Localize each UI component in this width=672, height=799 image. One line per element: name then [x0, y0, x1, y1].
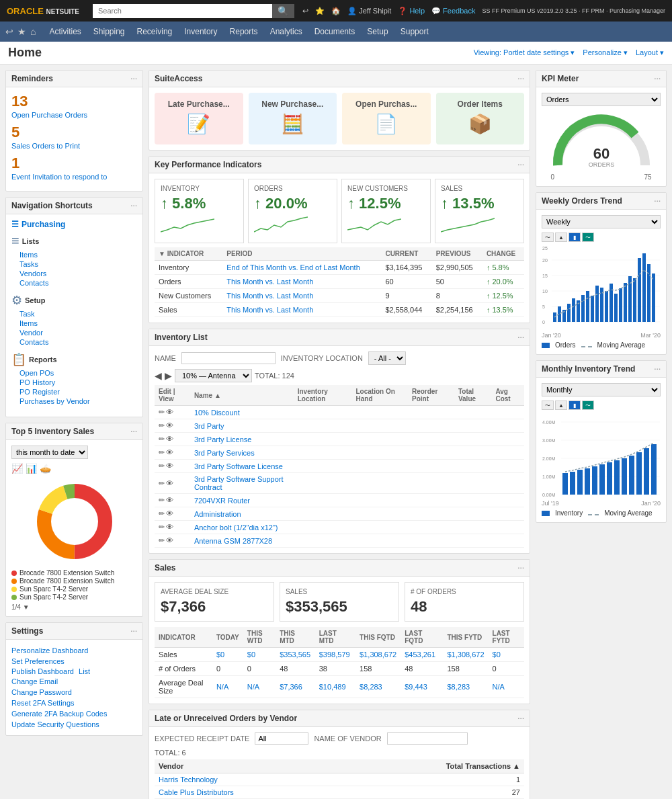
- weekly-area-icon[interactable]: ▲: [555, 233, 567, 242]
- kpi-customers-period[interactable]: This Month vs. Last Month: [226, 292, 313, 300]
- weekly-blue-icon[interactable]: 〜: [582, 233, 594, 242]
- inv-item-link[interactable]: Administration: [194, 510, 241, 518]
- monthly-blue-icon[interactable]: 〜: [582, 401, 594, 410]
- user-widget[interactable]: 👤 Jeff Shipit: [347, 7, 391, 15]
- feedback-link[interactable]: 💬 Feedback: [431, 7, 475, 15]
- sort-icon[interactable]: ▼: [23, 603, 30, 611]
- nav-documents[interactable]: Documents: [309, 22, 361, 42]
- history-icon[interactable]: ↩: [302, 7, 308, 15]
- sales-link[interactable]: $9,443: [405, 683, 427, 691]
- setup-vendor[interactable]: Vendor: [19, 328, 137, 337]
- top5-period-select[interactable]: this month to date: [11, 446, 88, 459]
- edit-icon[interactable]: ✏: [159, 408, 165, 416]
- help-link[interactable]: ❓ Help: [398, 7, 425, 15]
- personalize-link[interactable]: Personalize ▾: [583, 48, 628, 57]
- sales-link[interactable]: $453,261: [405, 650, 435, 659]
- star-icon[interactable]: ★: [17, 26, 26, 37]
- setup-contacts[interactable]: Contacts: [19, 337, 137, 347]
- vendor-link[interactable]: Harris Technology: [159, 775, 218, 784]
- nav-reports[interactable]: Reports: [224, 22, 263, 42]
- inv-filter-select[interactable]: 10% — Antenna: [175, 369, 252, 382]
- sales-link[interactable]: $7,366: [280, 683, 302, 691]
- nav-items[interactable]: Items: [19, 250, 137, 259]
- bookmark-icon[interactable]: ⭐: [315, 7, 325, 15]
- setting-list[interactable]: List: [79, 667, 90, 675]
- kpi-meter-dropdown[interactable]: Orders: [542, 93, 661, 106]
- home-icon[interactable]: 🏠: [331, 7, 341, 15]
- report-po-history[interactable]: PO History: [19, 378, 137, 387]
- setting-security[interactable]: Update Security Questions: [11, 719, 137, 730]
- inv-item-link[interactable]: 3rd Party License: [194, 435, 252, 444]
- report-purchases-vendor[interactable]: Purchases by Vendor: [19, 396, 137, 406]
- report-po-register[interactable]: PO Register: [19, 387, 137, 396]
- view-icon[interactable]: 👁: [166, 462, 173, 470]
- inv-item-link[interactable]: 3rd Party: [194, 422, 224, 430]
- inv-name-input[interactable]: [181, 352, 276, 364]
- inv-item-link[interactable]: Antenna GSM 2877X28: [194, 537, 272, 545]
- edit-icon[interactable]: ✏: [159, 523, 165, 531]
- nav-shipping[interactable]: Shipping: [88, 22, 130, 42]
- suite-card-open-purchase[interactable]: Open Purchas... 📄: [342, 93, 431, 144]
- inv-next-arrow[interactable]: ▶: [165, 370, 172, 381]
- setting-email[interactable]: Change Email: [11, 676, 137, 687]
- view-icon[interactable]: 👁: [166, 408, 173, 416]
- sales-link[interactable]: N/A: [216, 683, 228, 691]
- sales-link[interactable]: $398,579: [319, 650, 350, 659]
- inv-prev-arrow[interactable]: ◀: [155, 370, 162, 381]
- search-input[interactable]: [93, 4, 272, 18]
- vendor-link[interactable]: Cable Plus Distributors: [159, 788, 234, 796]
- kpi-sales-period[interactable]: This Month vs. Last Month: [226, 306, 313, 314]
- nav-tasks[interactable]: Tasks: [19, 259, 137, 269]
- sales-link[interactable]: N/A: [247, 683, 259, 691]
- sales-link[interactable]: $0: [247, 650, 255, 659]
- nav-receiving[interactable]: Receiving: [132, 22, 178, 42]
- setting-2fa-backup[interactable]: Generate 2FA Backup Codes: [11, 708, 137, 719]
- nav-support[interactable]: Support: [395, 22, 434, 42]
- sales-link[interactable]: $0: [216, 650, 224, 659]
- nav-setup[interactable]: Setup: [362, 22, 393, 42]
- monthly-trend-dropdown[interactable]: Monthly: [542, 383, 661, 396]
- sales-link[interactable]: $8,283: [360, 683, 382, 691]
- nav-vendors[interactable]: Vendors: [19, 269, 137, 278]
- setting-password[interactable]: Change Password: [11, 687, 137, 698]
- view-icon[interactable]: 👁: [166, 448, 173, 456]
- setting-preferences[interactable]: Set Preferences: [11, 656, 137, 667]
- sales-link[interactable]: $0: [493, 650, 501, 659]
- sales-link[interactable]: N/A: [493, 683, 505, 691]
- inv-item-link[interactable]: 3rd Party Services: [194, 449, 255, 457]
- edit-icon[interactable]: ✏: [159, 448, 165, 456]
- setup-task[interactable]: Task: [19, 309, 137, 319]
- home-nav-icon[interactable]: ⌂: [30, 26, 36, 37]
- suite-card-order-items[interactable]: Order Items 📦: [436, 93, 525, 144]
- top5-pie-icon[interactable]: 🥧: [40, 463, 51, 474]
- setting-2fa[interactable]: Reset 2FA Settings: [11, 698, 137, 708]
- sales-link[interactable]: $1,308,672: [360, 650, 396, 659]
- inv-item-link[interactable]: 10% Discount: [194, 409, 240, 417]
- setup-items[interactable]: Items: [19, 319, 137, 328]
- vendor-name-input[interactable]: [387, 732, 468, 745]
- monthly-line-icon[interactable]: 〜: [542, 401, 554, 410]
- view-icon[interactable]: 👁: [166, 435, 173, 443]
- reminder-link-po[interactable]: Open Purchase Orders: [11, 111, 87, 119]
- view-icon[interactable]: 👁: [166, 421, 173, 429]
- viewing-portlet-link[interactable]: Viewing: Portlet date settings ▾: [474, 48, 575, 57]
- reminder-link-so[interactable]: Sales Orders to Print: [11, 142, 80, 150]
- edit-icon[interactable]: ✏: [159, 496, 165, 504]
- kpi-orders-period[interactable]: This Month vs. Last Month: [226, 278, 313, 286]
- nav-inventory[interactable]: Inventory: [179, 22, 222, 42]
- receipt-date-input[interactable]: [255, 732, 308, 745]
- edit-icon[interactable]: ✏: [159, 536, 165, 544]
- inv-item-link[interactable]: 3rd Party Software License: [194, 462, 283, 470]
- weekly-line-icon[interactable]: 〜: [542, 233, 554, 242]
- monthly-area-icon[interactable]: ▲: [555, 401, 567, 410]
- nav-analytics[interactable]: Analytics: [265, 22, 308, 42]
- search-bar[interactable]: 🔍: [93, 4, 294, 18]
- view-icon[interactable]: 👁: [166, 536, 173, 544]
- monthly-bar-icon[interactable]: ▮: [569, 401, 581, 410]
- back-icon[interactable]: ↩: [5, 26, 13, 37]
- weekly-bar-icon[interactable]: ▮: [569, 233, 581, 242]
- top5-line-icon[interactable]: 📈: [11, 463, 23, 474]
- edit-icon[interactable]: ✏: [159, 509, 165, 517]
- suite-card-late-purchase[interactable]: Late Purchase... 📝: [155, 93, 243, 144]
- inv-item-link[interactable]: 7204VXR Router: [194, 497, 250, 505]
